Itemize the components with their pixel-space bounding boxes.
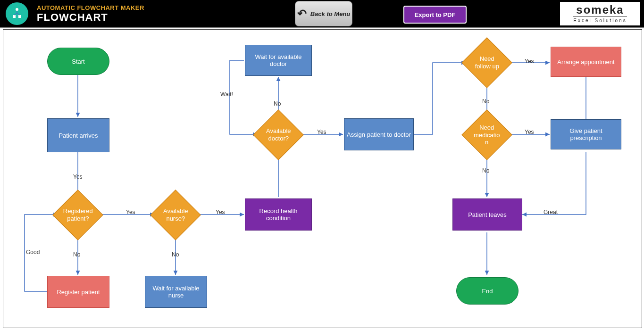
label-yes: Yes <box>317 129 326 135</box>
node-need-follow-up[interactable]: Need follow up <box>461 37 512 88</box>
svg-line-5 <box>17 13 20 15</box>
node-wait-nurse[interactable]: Wait for available nurse <box>145 276 207 308</box>
label-good: Good <box>26 249 40 256</box>
node-patient-leaves[interactable]: Patient leaves <box>452 198 522 231</box>
label-yes: Yes <box>126 209 135 215</box>
node-end[interactable]: End <box>456 277 519 305</box>
svg-rect-1 <box>13 15 16 18</box>
label-great: Great <box>544 209 558 215</box>
node-available-nurse[interactable]: Available nurse? <box>150 190 201 240</box>
node-assign-patient[interactable]: Assign patient to doctor <box>344 118 414 150</box>
app-logo-icon <box>6 2 28 25</box>
node-patient-arrives[interactable]: Patient arrives <box>47 118 109 152</box>
app-title: FLOWCHART <box>37 11 144 24</box>
label-yes: Yes <box>73 173 83 180</box>
label-wait: Wait! <box>220 91 233 98</box>
label-no: No <box>73 251 80 258</box>
node-registered-patient[interactable]: Registered patient? <box>52 190 103 240</box>
brand-name: someka <box>576 4 624 16</box>
node-give-prescription[interactable]: Give patient prescription <box>551 119 621 149</box>
back-button-label: Back to Menu <box>310 10 351 17</box>
brand-tagline: Excel Solutions <box>573 16 627 23</box>
svg-point-0 <box>16 8 18 11</box>
label-yes: Yes <box>216 209 225 215</box>
label-no: No <box>482 98 489 105</box>
label-no: No <box>172 251 179 258</box>
brand-logo: someka Excel Solutions <box>560 2 640 25</box>
node-need-medication[interactable]: Need medicatio n <box>461 109 512 160</box>
svg-rect-2 <box>18 15 21 18</box>
export-button-label: Export to PDF <box>415 11 456 18</box>
label-yes: Yes <box>525 129 534 135</box>
back-arrow-icon: ↶ <box>297 7 307 20</box>
node-record-health[interactable]: Record health condition <box>245 198 312 231</box>
label-no: No <box>274 100 281 107</box>
node-register-patient[interactable]: Register patient <box>47 276 109 308</box>
app-header: AUTOMATIC FLOWCHART MAKER FLOWCHART ↶ Ba… <box>0 0 644 28</box>
back-to-menu-button[interactable]: ↶ Back to Menu <box>295 1 352 26</box>
node-start[interactable]: Start <box>47 48 109 75</box>
label-yes: Yes <box>525 58 534 65</box>
app-supertitle: AUTOMATIC FLOWCHART MAKER <box>37 4 144 11</box>
flowchart-canvas[interactable]: Start Patient arrives Registered patient… <box>3 29 642 328</box>
node-available-doctor[interactable]: Available doctor? <box>253 109 303 160</box>
node-arrange-appointment[interactable]: Arrange appointment <box>551 47 621 77</box>
node-wait-doctor[interactable]: Wait for available doctor <box>245 45 312 76</box>
export-pdf-button[interactable]: Export to PDF <box>403 6 467 24</box>
label-no: No <box>482 167 489 174</box>
svg-line-4 <box>14 13 17 15</box>
